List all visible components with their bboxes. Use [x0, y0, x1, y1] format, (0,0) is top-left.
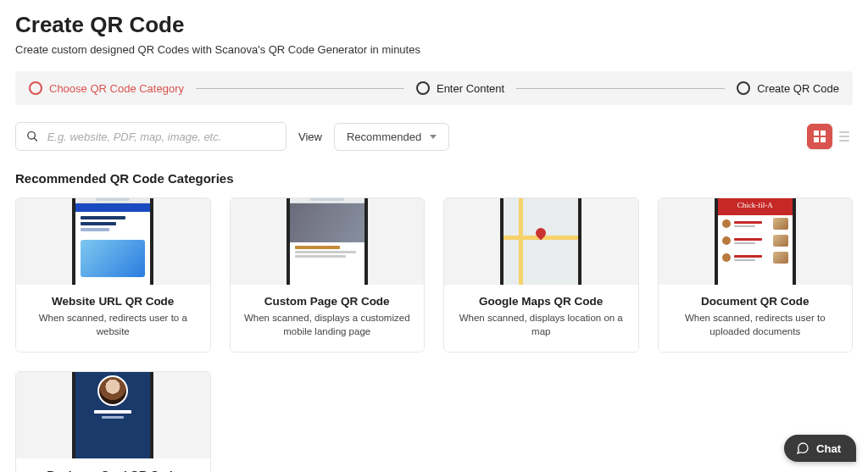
card-desc: When scanned, displays location on a map: [453, 312, 630, 338]
search-box[interactable]: [15, 122, 287, 151]
step-choose-category[interactable]: Choose QR Code Category: [29, 81, 184, 95]
svg-line-1: [34, 138, 37, 142]
controls-row: View Recommended: [15, 122, 853, 151]
page-title: Create QR Code: [15, 12, 853, 38]
step-label: Create QR Code: [757, 82, 839, 95]
grid-icon: [814, 130, 826, 142]
list-view-button[interactable]: [836, 128, 853, 145]
view-select[interactable]: Recommended: [334, 123, 449, 151]
step-divider: [196, 88, 404, 89]
card-preview: [444, 198, 638, 285]
card-website-url[interactable]: Website URL QR Code When scanned, redire…: [15, 197, 211, 353]
card-title: Website URL QR Code: [25, 295, 202, 308]
phone-mockup: [500, 198, 581, 285]
card-custom-page[interactable]: Custom Page QR Code When scanned, displa…: [230, 197, 426, 353]
phone-mockup: [72, 198, 153, 285]
stepper: Choose QR Code Category Enter Content Cr…: [15, 71, 853, 105]
svg-rect-2: [814, 130, 819, 136]
chat-icon: [796, 441, 810, 455]
card-desc: When scanned, displays a customized mobi…: [239, 312, 416, 338]
step-enter-content[interactable]: Enter Content: [416, 81, 504, 95]
step-label: Choose QR Code Category: [49, 82, 184, 95]
step-indicator-icon: [29, 81, 42, 95]
card-business-card[interactable]: Business Card QR Code: [15, 371, 211, 472]
svg-rect-3: [821, 130, 826, 136]
step-label: Enter Content: [437, 82, 504, 95]
step-divider: [516, 88, 725, 89]
svg-point-0: [28, 132, 36, 140]
card-desc: When scanned, redirects user to uploaded…: [667, 312, 844, 338]
chat-label: Chat: [816, 442, 841, 455]
card-google-maps[interactable]: Google Maps QR Code When scanned, displa…: [443, 197, 639, 353]
avatar: [97, 375, 128, 406]
card-preview: [16, 198, 210, 285]
card-title: Business Card QR Code: [25, 469, 202, 472]
view-select-value: Recommended: [347, 130, 421, 143]
page-subtitle: Create custom designed QR Codes with Sca…: [15, 43, 853, 56]
search-input[interactable]: [47, 130, 275, 143]
card-document[interactable]: Chick-fil-A Document QR Code When scanne…: [658, 197, 854, 353]
view-label: View: [298, 130, 322, 143]
svg-rect-5: [821, 137, 826, 142]
chevron-down-icon: [430, 135, 437, 139]
card-title: Custom Page QR Code: [239, 295, 416, 308]
category-cards-grid: Website URL QR Code When scanned, redire…: [15, 197, 853, 472]
section-title: Recommended QR Code Categories: [15, 171, 853, 186]
step-indicator-icon: [737, 81, 750, 95]
phone-mockup: [72, 372, 153, 458]
svg-rect-4: [814, 137, 819, 142]
card-preview: [231, 198, 425, 285]
view-toggle-group: [807, 124, 853, 149]
step-indicator-icon: [416, 81, 430, 95]
search-icon: [26, 130, 39, 143]
card-preview: Chick-fil-A: [659, 198, 853, 285]
phone-mockup: Chick-fil-A: [715, 198, 796, 285]
card-desc: When scanned, redirects user to a websit…: [25, 312, 202, 338]
grid-view-button[interactable]: [807, 124, 832, 149]
card-title: Google Maps QR Code: [453, 295, 630, 308]
card-title: Document QR Code: [667, 295, 844, 308]
step-create-qr[interactable]: Create QR Code: [737, 81, 839, 95]
phone-mockup: [287, 198, 368, 285]
document-brand-label: Chick-fil-A: [737, 201, 773, 209]
list-icon: [839, 131, 849, 133]
chat-button[interactable]: Chat: [784, 435, 856, 462]
card-preview: [16, 372, 210, 458]
